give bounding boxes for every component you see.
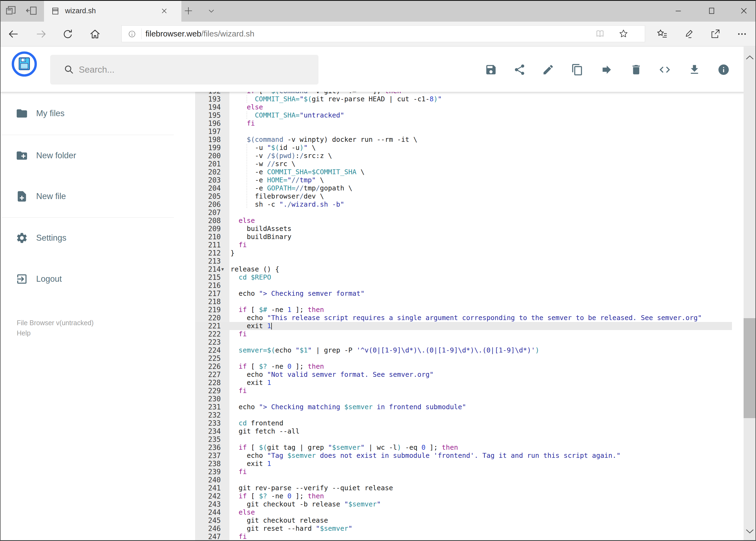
line-number: 195 (195, 111, 221, 119)
line-number: 197 (195, 128, 221, 136)
folder-plus-icon (16, 149, 28, 162)
tab-list-chevron-icon[interactable] (207, 6, 220, 19)
url-divider (141, 28, 142, 39)
forward-icon[interactable] (35, 28, 47, 40)
edit-icon[interactable] (540, 61, 557, 78)
line-number: 240 (195, 476, 221, 484)
line-number: 246 (195, 525, 221, 533)
line-number: 201 (195, 160, 221, 168)
browser-tab-bar: wizard.sh (0, 0, 756, 22)
line-number: 212 (195, 249, 221, 257)
search-placeholder: Search... (79, 55, 115, 85)
search-icon (63, 64, 75, 76)
refresh-icon[interactable] (62, 28, 74, 40)
line-number: 214 (195, 265, 221, 273)
line-number: 204 (195, 184, 221, 192)
move-icon[interactable] (599, 61, 615, 78)
web-note-icon[interactable] (682, 28, 695, 40)
line-number: 245 (195, 516, 221, 525)
sidebar: My filesNew folderNew fileSettingsLogout… (0, 92, 195, 541)
browser-tab[interactable]: wizard.sh (44, 0, 181, 22)
sidebar-item-label: New folder (36, 147, 76, 164)
line-number: 229 (195, 387, 221, 395)
line-number: 224 (195, 346, 221, 354)
line-number: 232 (195, 411, 221, 419)
line-number: 231 (195, 403, 221, 411)
sidebar-item-label: Logout (36, 270, 62, 287)
sidebar-item-settings[interactable]: Settings (0, 230, 178, 246)
line-number: 192 (195, 92, 221, 95)
sidebar-item-label: My files (36, 105, 65, 122)
line-number: 218 (195, 297, 221, 306)
sidebar-item-label: New file (36, 188, 66, 205)
maximize-icon[interactable] (700, 0, 724, 22)
line-number: 209 (195, 225, 221, 233)
new-tab-icon[interactable] (183, 5, 196, 18)
sidebar-item-my-files[interactable]: My files (0, 105, 178, 122)
line-number: 219 (195, 306, 221, 314)
line-number: 215 (195, 273, 221, 281)
close-tab-icon[interactable] (160, 7, 168, 15)
fold-arrow-icon[interactable]: ▾ (221, 265, 224, 273)
site-info-icon[interactable] (127, 29, 137, 39)
line-number: 213 (195, 257, 221, 265)
set-tabs-aside-icon[interactable] (25, 4, 38, 17)
share-page-icon[interactable] (709, 28, 721, 40)
save-icon[interactable] (483, 61, 499, 78)
scrollbar-thumb[interactable] (744, 318, 756, 418)
line-number: 217 (195, 289, 221, 297)
line-number: 227 (195, 370, 221, 379)
home-icon[interactable] (89, 28, 101, 40)
delete-icon[interactable] (628, 61, 644, 78)
line-number: 216 (195, 281, 221, 289)
favorite-star-icon[interactable] (618, 28, 629, 39)
text-cursor (271, 323, 272, 329)
line-number: 247 (195, 533, 221, 541)
line-number: 199 (195, 144, 221, 152)
url-bar[interactable]: filebrowser.web/files/wizard.sh (122, 25, 645, 42)
line-number: 226 (195, 362, 221, 370)
line-number: 223 (195, 338, 221, 346)
line-number: 202 (195, 168, 221, 176)
line-number: 193 (195, 95, 221, 103)
line-number: 228 (195, 379, 221, 387)
scroll-down-icon[interactable] (745, 528, 754, 535)
line-number: 211 (195, 241, 221, 249)
hub-icon[interactable] (656, 28, 668, 40)
copy-icon[interactable] (569, 61, 586, 78)
file-browser-logo[interactable] (11, 51, 37, 77)
scroll-up-icon[interactable] (745, 54, 754, 61)
file-plus-icon (16, 190, 28, 203)
line-number: 238 (195, 460, 221, 468)
line-number: 225 (195, 354, 221, 362)
help-link[interactable]: Help (17, 328, 31, 338)
tab-title: wizard.sh (65, 0, 96, 22)
app-header: Search... (0, 46, 756, 92)
code-icon[interactable] (656, 61, 673, 78)
line-number: 243 (195, 500, 221, 508)
line-number: 200 (195, 152, 221, 160)
sidebar-item-new-file[interactable]: New file (0, 188, 178, 205)
sidebar-item-new-folder[interactable]: New folder (0, 147, 178, 164)
close-icon[interactable] (732, 0, 756, 22)
document-icon (51, 7, 60, 15)
sidebar-item-logout[interactable]: Logout (0, 270, 178, 287)
search-input[interactable]: Search... (50, 55, 319, 85)
line-number: 194 (195, 103, 221, 111)
more-icon[interactable] (736, 28, 748, 40)
url-domain: filebrowser.web (145, 29, 201, 38)
download-icon[interactable] (686, 61, 703, 78)
line-number: 241 (195, 484, 221, 492)
reading-view-icon[interactable] (595, 28, 606, 39)
url-text[interactable]: filebrowser.web/files/wizard.sh (145, 26, 255, 42)
line-number: 234 (195, 427, 221, 435)
tab-preview-icon[interactable] (4, 4, 17, 17)
minimize-icon[interactable] (666, 0, 690, 22)
back-icon[interactable] (7, 28, 20, 40)
page-scrollbar[interactable] (744, 47, 756, 541)
app-version-text: File Browser v(untracked) (17, 317, 94, 328)
share-icon[interactable] (511, 61, 528, 78)
line-number: 210 (195, 233, 221, 241)
info-icon[interactable] (715, 61, 732, 78)
line-number: 233 (195, 419, 221, 427)
